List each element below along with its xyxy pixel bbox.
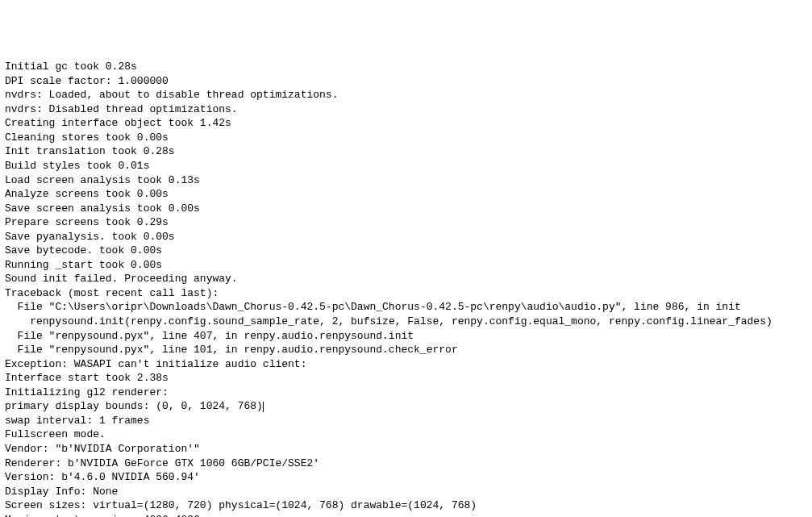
log-output: Initial gc took 0.28sDPI scale factor: 1… (5, 60, 807, 517)
log-line: Interface start took 2.38s (5, 371, 807, 386)
log-line: Save bytecode. took 0.00s (5, 244, 807, 258)
log-line: Traceback (most recent call last): (5, 286, 807, 301)
log-line: Fullscreen mode. (5, 427, 807, 442)
log-line: nvdrs: Disabled thread optimizations. (5, 102, 807, 117)
log-line: Screen sizes: virtual=(1280, 720) physic… (5, 498, 807, 513)
log-line: nvdrs: Loaded, about to disable thread o… (5, 88, 807, 102)
log-line: Init translation took 0.28s (5, 144, 807, 159)
log-line: renpysound.init(renpy.config.sound_sampl… (5, 315, 807, 329)
log-line: Renderer: b'NVIDIA GeForce GTX 1060 6GB/… (5, 457, 807, 471)
log-line: File "renpysound.pyx", line 407, in renp… (5, 329, 807, 344)
log-line: Version: b'4.6.0 NVIDIA 560.94' (5, 470, 807, 485)
log-line: DPI scale factor: 1.000000 (5, 74, 807, 89)
log-line: Initializing gl2 renderer: (5, 386, 807, 400)
log-line: Analyze screens took 0.00s (5, 187, 807, 202)
log-line: Vendor: "b'NVIDIA Corporation'" (5, 442, 807, 457)
log-line: swap interval: 1 frames (5, 414, 807, 428)
log-line: File "C:\Users\oripr\Downloads\Dawn_Chor… (5, 300, 807, 315)
log-line: Creating interface object took 1.42s (5, 116, 807, 131)
log-line: File "renpysound.pyx", line 101, in renp… (5, 343, 807, 357)
log-line: Save screen analysis took 0.00s (5, 202, 807, 216)
log-line: Maximum texture size: 4096x4096 (5, 513, 807, 517)
log-line: Exception: WASAPI can't initialize audio… (5, 357, 807, 372)
log-line: Sound init failed. Proceeding anyway. (5, 272, 807, 286)
log-line: Cleaning stores took 0.00s (5, 131, 807, 145)
log-line: Initial gc took 0.28s (5, 60, 807, 74)
log-line: Running _start took 0.00s (5, 258, 807, 273)
log-line: Prepare screens took 0.29s (5, 215, 807, 230)
log-line: Save pyanalysis. took 0.00s (5, 230, 807, 244)
log-line: Load screen analysis took 0.13s (5, 173, 807, 188)
log-line: Display Info: None (5, 485, 807, 499)
log-line: primary display bounds: (0, 0, 1024, 768… (5, 399, 807, 414)
log-line: Build styles took 0.01s (5, 159, 807, 173)
